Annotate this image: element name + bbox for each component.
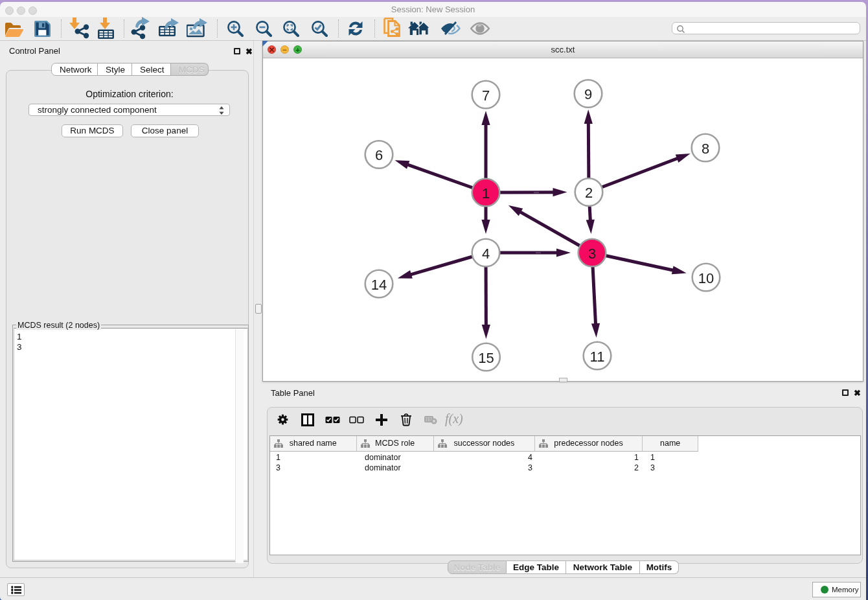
svg-text:10: 10 xyxy=(698,270,714,286)
svg-text:11: 11 xyxy=(590,349,605,365)
svg-text:9: 9 xyxy=(584,86,592,102)
svg-text:2: 2 xyxy=(585,185,593,201)
svg-text:7: 7 xyxy=(482,87,490,104)
svg-text:15: 15 xyxy=(478,350,494,366)
svg-text:8: 8 xyxy=(702,141,709,157)
svg-text:3: 3 xyxy=(588,246,596,262)
svg-text:4: 4 xyxy=(482,246,490,262)
svg-text:14: 14 xyxy=(371,277,387,293)
svg-text:1: 1 xyxy=(482,185,490,202)
svg-text:6: 6 xyxy=(375,147,383,163)
svg-text:f(x): f(x) xyxy=(445,413,463,426)
